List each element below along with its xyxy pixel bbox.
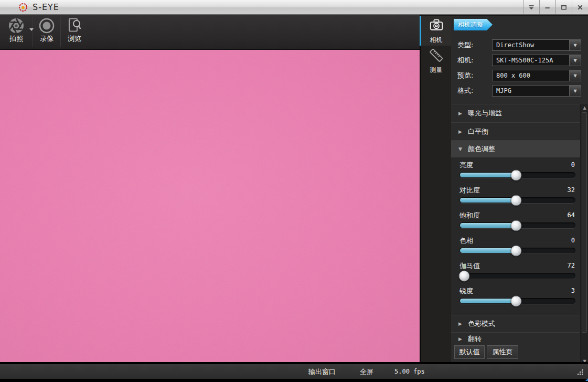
section-white-balance[interactable]: ▶ 白平衡 [451, 122, 580, 140]
camera-value: SKT-MS500C-125A [493, 57, 569, 64]
slider-thumb[interactable] [511, 169, 522, 181]
main-toolbar: 拍照 录像 浏览 [0, 15, 420, 50]
combo-row-type: 类型: DirectShow ▼ [451, 39, 588, 51]
maximize-button[interactable] [555, 0, 572, 14]
slider-fill [460, 248, 517, 253]
slider-thumb[interactable] [511, 295, 522, 306]
panel-tab-flag[interactable]: 相机调整 [454, 19, 493, 30]
section-label: 翻转 [468, 334, 482, 344]
brightness-slider-group: 亮度 0 [451, 157, 580, 183]
format-select[interactable]: MJPG ▼ [492, 85, 581, 97]
combo-row-format: 格式: MJPG ▼ [451, 85, 588, 97]
fps-readout: 5.00 fps [394, 368, 425, 375]
record-icon [37, 16, 56, 35]
resize-grip[interactable] [576, 368, 584, 378]
contrast-slider[interactable] [459, 197, 575, 203]
saturation-slider[interactable] [459, 222, 575, 228]
camera-icon [429, 17, 444, 35]
output-window-toggle[interactable]: 输出窗口 [308, 367, 336, 377]
collapsed-arrow-icon: ▶ [458, 336, 465, 342]
section-exposure-gain[interactable]: ▶ 曝光与增益 [451, 104, 580, 122]
section-flip[interactable]: ▶ 翻转 [451, 332, 580, 345]
chevron-down-icon[interactable]: ▼ [569, 86, 581, 96]
chevron-down-icon[interactable]: ▼ [569, 70, 581, 81]
app-window: S-EYE [0, 0, 588, 382]
collapsed-arrow-icon: ▶ [458, 111, 465, 116]
sharpness-label: 锐度 [459, 286, 473, 296]
ruler-icon [429, 47, 444, 65]
hue-slider[interactable] [459, 248, 575, 253]
capture-label: 拍照 [9, 34, 23, 44]
combo-row-preview: 预览: 800 x 600 ▼ [451, 70, 588, 81]
hue-slider-group: 色相 0 [451, 233, 580, 258]
panel-scrollbar[interactable]: ▲ ▼ [580, 104, 588, 365]
saturation-label: 饱和度 [459, 211, 480, 220]
chevron-down-icon[interactable]: ▼ [569, 40, 581, 50]
window-menu-button[interactable] [523, 0, 539, 14]
fullscreen-toggle[interactable]: 全屏 [360, 367, 373, 377]
hue-label: 色相 [459, 236, 473, 246]
record-label: 录像 [40, 34, 54, 44]
preview-label: 预览: [457, 70, 473, 81]
browse-icon [65, 16, 84, 35]
section-label: 色彩模式 [468, 319, 495, 328]
preview-noise-texture [0, 50, 420, 362]
maximize-icon [559, 3, 569, 12]
slider-thumb[interactable] [511, 220, 522, 231]
chevron-down-icon[interactable]: ▼ [569, 55, 581, 66]
title-bar[interactable]: S-EYE [0, 0, 588, 15]
active-tab-accent [420, 16, 421, 46]
preview-select[interactable]: 800 x 600 ▼ [492, 70, 581, 81]
type-select[interactable]: DirectShow ▼ [492, 39, 581, 51]
tab-camera[interactable]: 相机 [421, 16, 451, 46]
gamma-value: 72 [568, 262, 575, 269]
tab-measure[interactable]: 测量 [421, 46, 451, 76]
slider-thumb[interactable] [511, 195, 522, 206]
gamma-slider[interactable] [459, 273, 575, 279]
section-color-adjust[interactable]: ▼ 颜色调整 [451, 140, 580, 157]
sharpness-slider[interactable] [459, 298, 575, 304]
expanded-arrow-icon: ▼ [458, 146, 465, 152]
aperture-icon [7, 16, 26, 35]
status-bar: 输出窗口 全屏 5.00 fps [0, 362, 588, 382]
format-label: 格式: [457, 85, 473, 97]
gamma-label: 伽马值 [459, 261, 480, 271]
sharpness-slider-group: 锐度 3 [451, 283, 580, 309]
section-color-mode[interactable]: ▶ 色彩模式 [451, 315, 580, 332]
minimize-icon [543, 3, 552, 12]
status-bar-main: 输出窗口 全屏 5.00 fps [0, 364, 588, 379]
close-button[interactable] [572, 0, 588, 14]
type-value: DirectShow [493, 41, 569, 49]
brightness-value: 0 [571, 161, 575, 168]
gamma-slider-group: 伽马值 72 [451, 258, 580, 283]
camera-select[interactable]: SKT-MS500C-125A ▼ [492, 55, 581, 66]
type-label: 类型: [457, 39, 473, 51]
close-icon [575, 3, 585, 12]
preview-value: 800 x 600 [493, 72, 569, 79]
minimize-button[interactable] [539, 0, 555, 14]
scrollbar-thumb[interactable] [582, 112, 587, 333]
tab-camera-label: 相机 [430, 36, 443, 45]
slider-thumb[interactable] [511, 245, 522, 256]
camera-preview[interactable] [0, 50, 420, 362]
corner-accent [585, 378, 588, 381]
slider-fill [460, 223, 517, 228]
window-controls [523, 0, 588, 14]
property-page-button[interactable]: 属性页 [487, 345, 518, 359]
section-label: 曝光与增益 [468, 109, 502, 118]
contrast-value: 32 [568, 186, 575, 194]
color-adjust-content: 亮度 0 对比度 32 饱和度 64 [451, 157, 580, 315]
saturation-slider-group: 饱和度 64 [451, 208, 580, 233]
brightness-slider[interactable] [459, 172, 575, 178]
format-value: MJPG [493, 87, 569, 94]
slider-thumb[interactable] [458, 270, 469, 281]
saturation-value: 64 [568, 211, 575, 219]
record-button[interactable]: 录像 [33, 15, 60, 49]
scroll-up-icon[interactable]: ▲ [581, 104, 588, 111]
capture-button[interactable]: 拍照 [0, 15, 33, 49]
section-label: 白平衡 [468, 127, 488, 136]
browse-button[interactable]: 浏览 [61, 15, 88, 49]
app-logo-icon [18, 2, 28, 13]
hue-value: 0 [571, 237, 575, 244]
defaults-button[interactable]: 默认值 [454, 345, 485, 359]
